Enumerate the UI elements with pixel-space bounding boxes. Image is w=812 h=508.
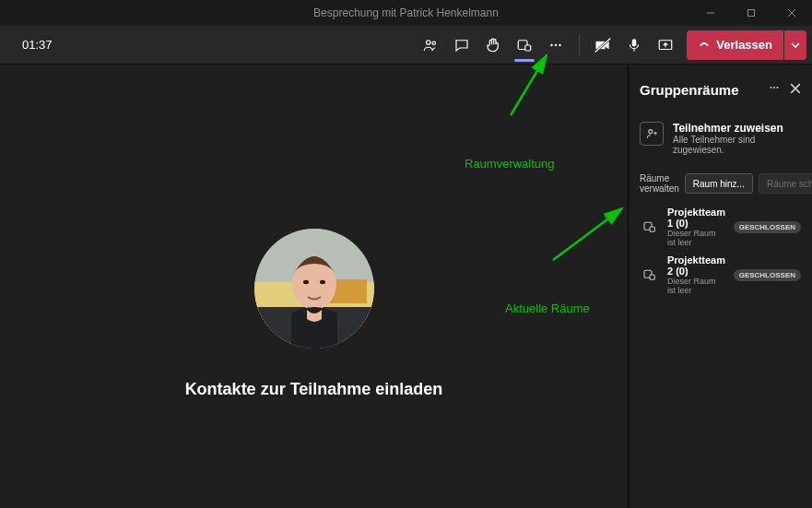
svg-point-10: [559, 43, 561, 45]
invite-prompt: Kontakte zur Teilnahme einladen: [185, 380, 443, 399]
call-timer: 01:37: [22, 38, 53, 52]
assign-icon: [640, 122, 664, 146]
participants-button[interactable]: [416, 30, 445, 60]
svg-point-23: [770, 87, 771, 89]
svg-rect-13: [632, 39, 637, 46]
chat-button[interactable]: [447, 30, 477, 60]
assign-title: Teilnehmer zuweisen: [673, 122, 801, 135]
manage-rooms-label: Räume verwalten: [640, 173, 679, 194]
panel-more-button[interactable]: [768, 81, 781, 98]
breakout-rooms-button[interactable]: [510, 30, 539, 60]
room-name: Projektteam 2 (0): [667, 254, 726, 277]
room-icon: [640, 217, 660, 237]
annotation-label-2: Aktuelle Räume: [505, 301, 590, 315]
svg-point-21: [303, 280, 309, 284]
participant-avatar: [254, 229, 374, 349]
leave-dropdown-button[interactable]: [784, 30, 806, 60]
leave-button[interactable]: Verlassen: [687, 30, 783, 60]
room-subtitle: Dieser Raum ist leer: [667, 277, 726, 295]
room-status-badge: GESCHLOSSEN: [734, 269, 801, 281]
window-title: Besprechung mit Patrick Henkelmann: [313, 6, 499, 19]
room-icon: [640, 265, 660, 285]
minimize-button[interactable]: [690, 0, 731, 26]
more-actions-button[interactable]: [541, 30, 571, 60]
svg-point-5: [432, 41, 435, 44]
svg-point-8: [551, 43, 553, 45]
room-status-badge: GESCHLOSSEN: [734, 221, 801, 233]
panel-close-button[interactable]: [790, 81, 801, 98]
panel-title: Gruppenräume: [640, 82, 739, 98]
assign-subtitle: Alle Teilnehmer sind zugewiesen.: [673, 135, 801, 155]
raise-hand-button[interactable]: [478, 30, 508, 60]
room-subtitle: Dieser Raum ist leer: [667, 229, 726, 247]
meeting-stage: Kontakte zur Teilnahme einladen Raumverw…: [0, 65, 628, 508]
window-controls: [690, 0, 812, 26]
close-button[interactable]: [771, 0, 812, 26]
room-item[interactable]: Projektteam 1 (0) Dieser Raum ist leer G…: [640, 203, 801, 251]
room-name: Projektteam 1 (0): [667, 207, 726, 229]
svg-point-9: [555, 43, 557, 45]
svg-point-20: [292, 258, 336, 310]
assign-participants-row[interactable]: Teilnehmer zuweisen Alle Teilnehmer sind…: [640, 122, 801, 155]
breakout-rooms-panel: Gruppenräume Teilnehmer zuweisen Alle Te…: [628, 65, 812, 508]
microphone-button[interactable]: [619, 30, 649, 60]
svg-rect-32: [650, 275, 654, 279]
share-screen-button[interactable]: [651, 30, 680, 60]
room-item[interactable]: Projektteam 2 (0) Dieser Raum ist leer G…: [640, 251, 801, 299]
leave-label: Verlassen: [716, 38, 772, 52]
svg-rect-7: [525, 45, 531, 51]
svg-point-22: [320, 280, 325, 284]
svg-point-4: [427, 40, 431, 44]
toolbar-separator: [579, 35, 580, 55]
camera-button[interactable]: [588, 30, 618, 60]
svg-rect-30: [650, 227, 654, 231]
annotation-label-1: Raumverwaltung: [465, 157, 555, 171]
svg-point-24: [773, 87, 775, 89]
maximize-button[interactable]: [731, 0, 771, 26]
add-room-button[interactable]: Raum hinz...: [685, 173, 753, 194]
meeting-toolbar: 01:37: [0, 26, 812, 65]
close-rooms-button[interactable]: Räume schl...: [759, 173, 812, 194]
svg-point-28: [649, 130, 653, 134]
titlebar: Besprechung mit Patrick Henkelmann: [0, 0, 812, 26]
svg-rect-1: [748, 10, 755, 17]
svg-point-25: [776, 87, 778, 89]
